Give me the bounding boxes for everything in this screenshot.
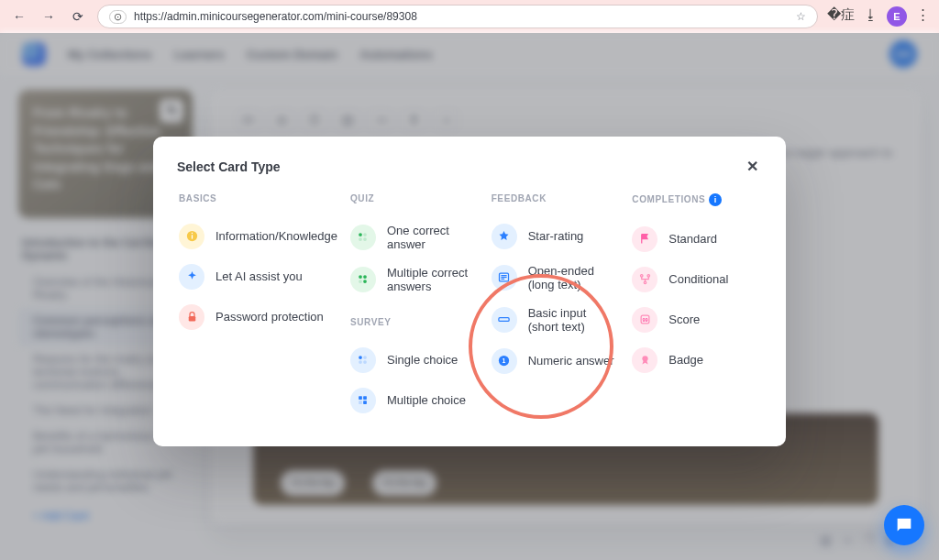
svg-text:99: 99 xyxy=(642,317,647,323)
bookmark-icon[interactable]: ☆ xyxy=(796,10,806,23)
modal-column: FEEDBACKStar-ratingOpen-ended (long text… xyxy=(490,193,622,421)
download-icon[interactable]: ⭳ xyxy=(864,6,878,27)
svg-point-9 xyxy=(364,275,368,279)
multi-choice-icon xyxy=(350,388,376,413)
option-label: Let AI assist you xyxy=(215,269,303,283)
select-card-type-modal: Select Card Type ✕ BASICSInformation/Kno… xyxy=(153,137,786,446)
svg-point-14 xyxy=(359,360,363,364)
svg-point-28 xyxy=(647,275,650,278)
lock-icon xyxy=(179,304,204,330)
flag-icon xyxy=(632,226,657,252)
option-label: Basic input (short text) xyxy=(528,306,620,334)
card-type-option[interactable]: Information/Knowledge xyxy=(177,216,339,257)
site-info-icon[interactable]: ⊙ xyxy=(109,10,127,24)
branch-icon xyxy=(632,267,657,292)
multi-correct-icon xyxy=(350,267,376,292)
info-icon[interactable]: i xyxy=(709,193,722,206)
option-label: Open-ended (long text) xyxy=(528,264,620,291)
svg-point-32 xyxy=(642,356,647,361)
svg-point-12 xyxy=(359,356,363,359)
svg-point-5 xyxy=(364,233,368,236)
card-type-option[interactable]: 99Score xyxy=(630,300,762,340)
section-label: BASICS xyxy=(179,193,339,203)
card-type-option[interactable]: Star-rating xyxy=(490,216,622,257)
section-label: QUIZ xyxy=(350,193,481,203)
svg-point-15 xyxy=(364,360,368,364)
app-area: My Collections Learners Custom Domain Au… xyxy=(0,33,939,560)
text-icon xyxy=(492,265,517,291)
svg-point-11 xyxy=(364,280,368,283)
svg-point-27 xyxy=(640,275,643,278)
svg-text:1: 1 xyxy=(503,357,506,364)
card-type-option[interactable]: Let AI assist you xyxy=(177,257,339,297)
single-choice-icon xyxy=(350,347,376,373)
svg-rect-2 xyxy=(191,233,192,234)
profile-avatar[interactable]: E xyxy=(887,6,907,27)
option-label: Numeric answer xyxy=(528,354,614,368)
back-icon[interactable]: ← xyxy=(9,6,29,27)
card-type-option[interactable]: Basic input (short text) xyxy=(490,299,622,341)
card-type-option[interactable]: Badge xyxy=(630,340,762,380)
address-bar[interactable]: ⊙ https://admin.minicoursegenerator.com/… xyxy=(97,5,818,28)
score-icon: 99 xyxy=(632,307,657,333)
option-label: Information/Knowledge xyxy=(215,229,337,243)
browser-chrome: ← → ⟳ ⊙ https://admin.minicoursegenerato… xyxy=(0,0,939,33)
svg-point-10 xyxy=(359,280,363,283)
extensions-icon[interactable]: �症 xyxy=(827,6,855,27)
modal-column: QUIZOne correct answerMultiple correct a… xyxy=(348,193,481,421)
option-label: Star-rating xyxy=(528,229,584,243)
info-icon xyxy=(179,224,204,249)
forward-icon[interactable]: → xyxy=(39,6,59,27)
card-type-option[interactable]: Single choice xyxy=(348,340,481,380)
close-icon[interactable]: ✕ xyxy=(742,157,762,177)
modal-column: COMPLETIONSiStandardConditional99ScoreBa… xyxy=(630,193,762,421)
url-text: https://admin.minicoursegenerator.com/mi… xyxy=(134,10,417,23)
svg-rect-18 xyxy=(359,401,363,404)
svg-point-29 xyxy=(644,281,646,284)
kebab-menu-icon[interactable]: ⋮ xyxy=(916,6,930,27)
badge-icon xyxy=(632,347,657,373)
number-icon: 1 xyxy=(492,348,517,374)
svg-rect-24 xyxy=(499,318,509,322)
option-label: Standard xyxy=(668,232,717,246)
option-label: Badge xyxy=(668,353,703,367)
svg-point-6 xyxy=(359,237,363,241)
svg-rect-17 xyxy=(364,396,368,400)
svg-point-4 xyxy=(359,233,363,236)
card-type-option[interactable]: One correct answer xyxy=(348,216,481,258)
card-type-option[interactable]: Multiple choice xyxy=(348,380,481,421)
section-label: SURVEY xyxy=(350,317,481,327)
option-label: Single choice xyxy=(387,353,458,367)
svg-point-7 xyxy=(364,237,368,241)
card-type-option[interactable]: 1Numeric answer xyxy=(490,341,622,381)
card-type-option[interactable]: Standard xyxy=(630,219,762,259)
svg-rect-16 xyxy=(359,396,363,400)
card-type-option[interactable]: Password protection xyxy=(177,297,339,337)
card-type-option[interactable]: Open-ended (long text) xyxy=(490,257,622,299)
section-label: COMPLETIONSi xyxy=(632,193,762,206)
svg-rect-3 xyxy=(188,316,195,322)
option-label: One correct answer xyxy=(387,224,479,251)
reload-icon[interactable]: ⟳ xyxy=(68,6,88,27)
option-label: Conditional xyxy=(668,272,728,286)
section-label: FEEDBACK xyxy=(492,193,622,203)
modal-title: Select Card Type xyxy=(177,159,281,174)
svg-rect-1 xyxy=(191,236,192,239)
single-correct-icon xyxy=(350,225,376,250)
option-label: Score xyxy=(668,313,700,326)
option-label: Multiple choice xyxy=(387,393,466,407)
option-label: Password protection xyxy=(215,310,324,324)
svg-point-13 xyxy=(364,356,368,359)
svg-rect-19 xyxy=(364,401,368,404)
svg-point-8 xyxy=(359,275,363,279)
support-chat-button[interactable] xyxy=(884,505,924,545)
input-icon xyxy=(492,307,517,333)
option-label: Multiple correct answers xyxy=(387,266,479,293)
modal-column: BASICSInformation/KnowledgeLet AI assist… xyxy=(177,193,339,421)
card-type-option[interactable]: Conditional xyxy=(630,259,762,300)
star-icon xyxy=(492,224,517,249)
card-type-option[interactable]: Multiple correct answers xyxy=(348,258,481,301)
sparkle-icon xyxy=(179,264,204,290)
